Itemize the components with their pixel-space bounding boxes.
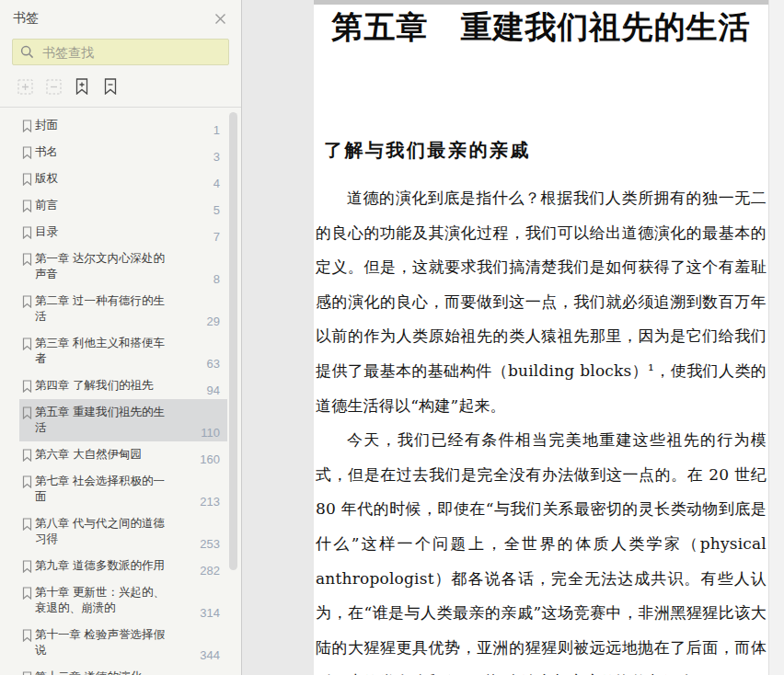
- remove-bookmark-icon[interactable]: [102, 78, 119, 95]
- search-input[interactable]: [42, 45, 221, 60]
- bookmarks-panel-header: 书签: [0, 0, 241, 27]
- bookmark-toolbar: [17, 78, 241, 95]
- bookmark-icon: [22, 173, 32, 186]
- bookmark-item-label: 第六章 大自然伊甸园: [35, 447, 173, 463]
- bookmark-icon: [22, 200, 32, 212]
- expand-all-icon: [17, 78, 33, 95]
- bookmark-item-page: 213: [200, 495, 227, 509]
- bookmark-item-label: 第五章 重建我们祖先的生活: [35, 405, 173, 436]
- bookmark-list: 封面 1 书名 3 版权 4 前言 5 目录 7 第一章 达尔文内心深处的声音 …: [0, 112, 241, 675]
- bookmark-item-label: 第十二章 道德的演化: [35, 669, 173, 675]
- bookmark-item[interactable]: 第二章 过一种有德行的生活 29: [19, 288, 227, 330]
- bookmark-item[interactable]: 目录 7: [19, 219, 227, 246]
- bookmark-item-page: 282: [200, 564, 227, 578]
- bookmark-item[interactable]: 版权 4: [19, 166, 227, 192]
- bookmark-item-label: 封面: [35, 118, 173, 133]
- bookmark-item-label: 第一章 达尔文内心深处的声音: [35, 251, 173, 282]
- bookmark-icon: [22, 671, 32, 675]
- bookmark-icon: [22, 518, 32, 531]
- bookmark-item-page: 7: [213, 230, 227, 244]
- bookmark-icon: [22, 560, 32, 573]
- bookmark-item[interactable]: 第四章 了解我们的祖先 94: [19, 372, 227, 399]
- bookmark-item[interactable]: 第九章 道德多数派的作用 282: [19, 553, 227, 579]
- bookmark-item[interactable]: 书名 3: [19, 139, 227, 166]
- bookmark-item[interactable]: 第十二章 道德的演化: [19, 664, 227, 675]
- bookmark-item-page: 4: [213, 177, 227, 190]
- bookmark-icon: [22, 380, 32, 393]
- bookmark-icon: [22, 629, 32, 642]
- close-panel-icon[interactable]: [213, 12, 226, 25]
- bookmark-icon: [22, 406, 32, 419]
- bookmark-item[interactable]: 前言 5: [19, 192, 227, 219]
- bookmark-item[interactable]: 第六章 大自然伊甸园 160: [19, 441, 227, 468]
- bookmark-item-label: 第九章 道德多数派的作用: [35, 558, 173, 574]
- bookmark-item-label: 版权: [35, 171, 173, 187]
- bookmark-item-label: 第十一章 检验声誉选择假说: [35, 627, 173, 658]
- bookmark-item-page: 160: [200, 452, 227, 466]
- bookmark-item-label: 书名: [35, 144, 173, 160]
- body-paragraph: 道德的演化到底是指什么？根据我们人类所拥有的独一无二的良心的功能及其演化过程，我…: [316, 181, 767, 423]
- bookmark-icon: [22, 226, 32, 239]
- bookmark-icon: [22, 338, 32, 350]
- bookmark-search[interactable]: [12, 39, 229, 65]
- bookmark-item[interactable]: 第八章 代与代之间的道德习得 253: [19, 510, 227, 553]
- document-page: 第五章 重建我们祖先的生活 了解与我们最亲的亲戚 道德的演化到底是指什么？根据我…: [314, 5, 768, 675]
- panel-title: 书签: [13, 10, 39, 27]
- bookmark-icon: [22, 295, 32, 308]
- bookmark-item-label: 第八章 代与代之间的道德习得: [35, 516, 173, 547]
- bookmark-item-page: 63: [207, 357, 227, 371]
- bookmark-item[interactable]: 第十一章 检验声誉选择假说 344: [19, 622, 227, 664]
- body-text: 道德的演化到底是指什么？根据我们人类所拥有的独一无二的良心的功能及其演化过程，我…: [316, 181, 767, 675]
- bookmark-icon: [22, 587, 32, 600]
- collapse-all-icon: [45, 78, 62, 95]
- bookmark-item-page: 1: [213, 123, 227, 137]
- bookmark-item-label: 前言: [35, 198, 173, 213]
- bookmark-item-page: 110: [201, 426, 227, 440]
- pdf-reader-window: 书签: [0, 0, 784, 675]
- document-viewport: 第五章 重建我们祖先的生活 了解与我们最亲的亲戚 道德的演化到底是指什么？根据我…: [242, 0, 784, 675]
- search-icon: [20, 45, 34, 59]
- bookmark-icon: [22, 449, 32, 462]
- bookmark-item[interactable]: 封面 1: [19, 112, 227, 139]
- bookmark-item-label: 第七章 社会选择积极的一面: [35, 474, 173, 505]
- bookmark-item-page: 94: [207, 383, 227, 397]
- bookmark-icon: [22, 120, 32, 132]
- bookmark-item[interactable]: 第十章 更新世：兴起的、衰退的、崩溃的 314: [19, 579, 227, 622]
- bookmark-item-page: 8: [213, 272, 227, 286]
- bookmark-item-label: 第四章 了解我们的祖先: [35, 378, 173, 394]
- bookmark-item[interactable]: 第五章 重建我们祖先的生活 110: [19, 399, 227, 441]
- bookmark-item[interactable]: 第七章 社会选择积极的一面 213: [19, 468, 227, 510]
- bookmarks-panel: 书签: [0, 0, 242, 675]
- bookmark-item-page: 29: [207, 315, 227, 328]
- main-scrollbar-track[interactable]: [768, 0, 784, 675]
- bookmark-item[interactable]: 第一章 达尔文内心深处的声音 8: [19, 246, 227, 288]
- toolbar-divider: [0, 107, 241, 108]
- bookmark-item[interactable]: 第三章 利他主义和搭便车者 63: [19, 330, 227, 372]
- section-heading: 了解与我们最亲的亲戚: [324, 138, 767, 162]
- bookmark-item-page: 253: [200, 537, 227, 551]
- chapter-title: 第五章 重建我们祖先的生活: [316, 6, 767, 47]
- body-paragraph: 今天，我们已经有条件相当完美地重建这些祖先的行为模式，但是在过去我们是完全没有办…: [316, 423, 767, 675]
- bookmark-item-page: 344: [200, 648, 227, 662]
- bookmark-item-label: 第十章 更新世：兴起的、衰退的、崩溃的: [35, 585, 173, 616]
- bookmark-item-page: 3: [213, 150, 227, 164]
- bookmark-item-label: 第三章 利他主义和搭便车者: [35, 336, 173, 367]
- bookmark-icon: [22, 253, 32, 266]
- add-bookmark-icon[interactable]: [74, 78, 90, 95]
- bookmark-item-page: 314: [200, 606, 227, 620]
- bookmark-icon: [22, 146, 32, 159]
- bookmark-item-label: 目录: [35, 224, 173, 240]
- bookmark-icon: [22, 475, 32, 488]
- bookmark-item-label: 第二章 过一种有德行的生活: [35, 293, 173, 325]
- sidebar-scrollbar-thumb[interactable]: [229, 112, 237, 570]
- bookmark-item-page: 5: [213, 203, 227, 217]
